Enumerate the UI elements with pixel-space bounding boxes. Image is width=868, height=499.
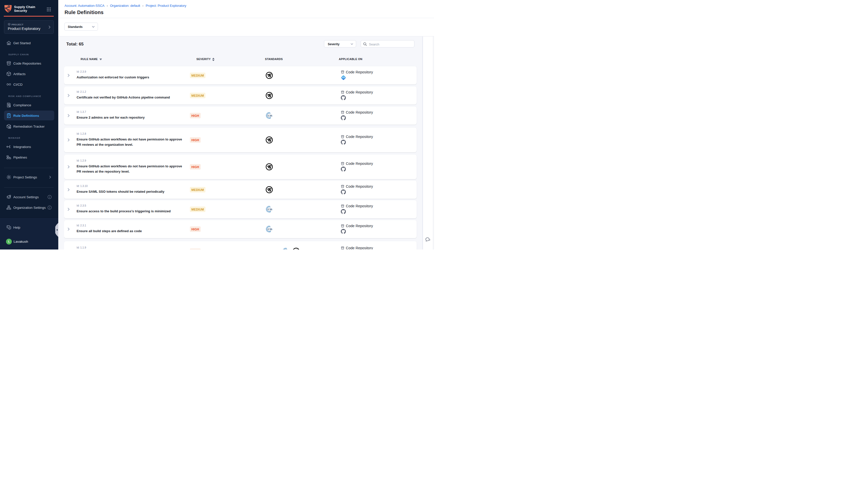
svg-text:CIS: CIS: [268, 208, 272, 211]
svg-text:CIS: CIS: [268, 228, 272, 231]
svg-text:</>: </>: [342, 76, 345, 79]
svg-text:?: ?: [7, 226, 9, 228]
svg-text:CIS: CIS: [268, 114, 272, 117]
